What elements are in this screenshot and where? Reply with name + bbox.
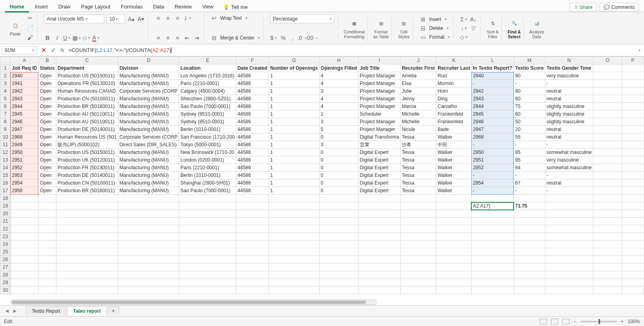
row-header[interactable]: 8 <box>0 118 10 126</box>
cell[interactable]: 2942 <box>10 87 39 95</box>
sort-az-icon[interactable]: A↓ <box>470 16 477 23</box>
cell[interactable] <box>622 110 644 118</box>
cell[interactable] <box>179 279 236 287</box>
cell[interactable] <box>514 279 545 287</box>
row-header[interactable]: 22 <box>0 225 10 233</box>
select-all-corner[interactable] <box>0 57 10 64</box>
cell[interactable]: Project Manager <box>358 72 400 80</box>
row-header[interactable]: 23 <box>0 233 10 241</box>
cell[interactable] <box>593 95 622 103</box>
cell[interactable] <box>545 271 593 279</box>
cell[interactable]: 44586 <box>236 164 269 172</box>
cell[interactable]: 1 <box>269 179 320 187</box>
cell[interactable] <box>436 248 472 256</box>
cell[interactable] <box>545 279 593 287</box>
row-header[interactable]: 13 <box>0 156 10 164</box>
cell[interactable]: 2941 <box>10 80 39 87</box>
cell[interactable] <box>514 287 545 294</box>
cell[interactable] <box>118 225 179 233</box>
cell[interactable] <box>514 218 545 225</box>
cell[interactable]: 44586 <box>236 156 269 164</box>
cell[interactable]: Digital Expert <box>358 172 400 179</box>
column-header[interactable]: H <box>319 57 358 64</box>
cell[interactable]: Calgary (4500-0004) <box>179 87 236 95</box>
cell[interactable]: Production BR (50160011) <box>56 103 118 110</box>
cell[interactable]: 1 <box>269 72 320 80</box>
spreadsheet-grid[interactable]: ABCDEFGHIJKLMNOP1Job Req IDStatusDepartm… <box>0 56 644 314</box>
cell[interactable] <box>358 195 400 202</box>
delete-cells-button[interactable]: ⊟Delete▾ <box>419 25 450 32</box>
column-header[interactable]: A <box>10 57 39 64</box>
cell[interactable] <box>593 187 622 195</box>
cell[interactable]: Amelia <box>400 72 436 80</box>
cell[interactable] <box>622 233 644 241</box>
cell[interactable]: Manufacturing (MANU) <box>118 126 179 133</box>
cell[interactable]: 2940 <box>471 72 514 80</box>
cell[interactable] <box>400 210 436 218</box>
cell[interactable]: London (0200-0001) <box>179 156 236 164</box>
cell[interactable] <box>593 172 622 179</box>
column-header[interactable]: B <box>38 57 56 64</box>
cell[interactable] <box>118 233 179 241</box>
cell[interactable] <box>38 256 56 264</box>
cell[interactable] <box>471 233 514 241</box>
cell[interactable] <box>236 279 269 287</box>
cell[interactable] <box>471 225 514 233</box>
column-header[interactable]: K <box>436 57 472 64</box>
cell[interactable] <box>622 118 644 126</box>
cell[interactable]: Frankenfeld <box>436 118 472 126</box>
cell[interactable] <box>319 264 358 271</box>
cell[interactable]: 1 <box>269 141 320 149</box>
cell[interactable]: slightly masculine <box>545 110 593 118</box>
cell[interactable]: Ding <box>436 95 472 103</box>
cell[interactable] <box>10 279 39 287</box>
cell[interactable] <box>436 279 472 287</box>
cell[interactable] <box>471 264 514 271</box>
cell[interactable]: 1 <box>269 110 320 118</box>
row-header[interactable]: 6 <box>0 103 10 110</box>
cell[interactable] <box>622 225 644 233</box>
cell[interactable] <box>10 264 39 271</box>
cell[interactable]: Michelle <box>400 118 436 126</box>
cell[interactable] <box>10 202 39 210</box>
cell[interactable]: 0 <box>319 164 358 172</box>
cell[interactable]: Sydney (8510-0001) <box>179 110 236 118</box>
cell[interactable] <box>593 133 622 141</box>
cell[interactable] <box>622 164 644 172</box>
cell[interactable] <box>118 241 179 248</box>
cell[interactable] <box>38 195 56 202</box>
cell[interactable]: Production FR (50130011) <box>56 164 118 172</box>
cell[interactable]: Openings Filled <box>319 64 358 72</box>
cell[interactable] <box>118 264 179 271</box>
row-header[interactable]: 12 <box>0 149 10 156</box>
row-header[interactable]: 4 <box>0 87 10 95</box>
cell[interactable] <box>319 210 358 218</box>
cell[interactable]: - <box>471 187 514 195</box>
cell[interactable]: Project Manager <box>358 118 400 126</box>
cell[interactable] <box>593 103 622 110</box>
cell[interactable] <box>514 195 545 202</box>
cell[interactable] <box>236 195 269 202</box>
cell[interactable]: - <box>471 80 514 87</box>
orientation-icon[interactable]: ⤸▾ <box>184 15 191 22</box>
align-center-icon[interactable]: ≡ <box>164 34 171 42</box>
cell[interactable] <box>545 264 593 271</box>
cell[interactable] <box>236 248 269 256</box>
cell[interactable]: Production DE (50140011) <box>56 126 118 133</box>
cell[interactable]: Division <box>118 64 179 72</box>
cell[interactable]: Walker <box>436 156 472 164</box>
cell[interactable]: 1 <box>269 172 320 179</box>
cell[interactable]: slightly masculine <box>545 103 593 110</box>
cell[interactable]: 50 <box>514 118 545 126</box>
sheet-tab[interactable]: Textio Report <box>26 306 66 314</box>
cell[interactable]: Production AU (50110011) <box>56 118 118 126</box>
cell[interactable] <box>179 248 236 256</box>
font-color-icon[interactable]: A▾ <box>92 34 99 42</box>
cell[interactable] <box>471 195 514 202</box>
cell[interactable]: Open <box>38 80 56 87</box>
cell[interactable]: 90 <box>514 72 545 80</box>
cell[interactable] <box>622 256 644 264</box>
percent-icon[interactable]: % <box>280 34 287 42</box>
cell[interactable]: - <box>514 172 545 179</box>
name-box-dropdown-icon[interactable]: ▾ <box>32 48 34 52</box>
